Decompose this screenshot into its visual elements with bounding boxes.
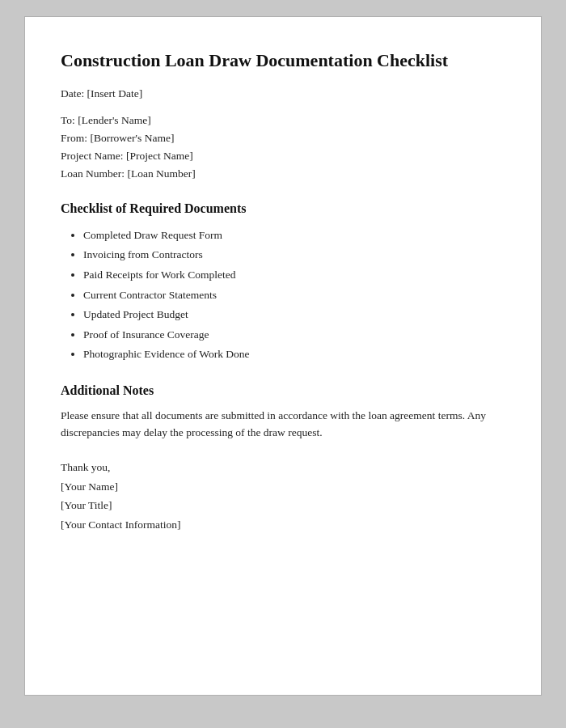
notes-paragraph: Please ensure that all documents are sub… [61, 408, 505, 442]
list-item: Invoicing from Contractors [83, 245, 505, 265]
your-title: [Your Title] [61, 496, 505, 515]
sign-off: Thank you, [Your Name] [Your Title] [You… [61, 458, 505, 535]
document-container: Construction Loan Draw Documentation Che… [24, 16, 542, 696]
checklist-list: Completed Draw Request Form Invoicing fr… [61, 226, 505, 364]
list-item: Current Contractor Statements [83, 286, 505, 305]
document-meta: To: [Lender's Name] From: [Borrower's Na… [61, 112, 505, 184]
your-contact: [Your Contact Information] [61, 515, 505, 535]
your-name: [Your Name] [61, 477, 505, 497]
project-field: Project Name: [Project Name] [61, 147, 505, 165]
document-title: Construction Loan Draw Documentation Che… [61, 49, 505, 73]
loan-field: Loan Number: [Loan Number] [61, 165, 505, 183]
list-item: Updated Project Budget [83, 305, 505, 324]
from-field: From: [Borrower's Name] [61, 129, 505, 147]
list-item: Photographic Evidence of Work Done [83, 345, 505, 364]
list-item: Proof of Insurance Coverage [83, 325, 505, 345]
additional-notes-section: Additional Notes Please ensure that all … [61, 383, 505, 442]
to-field: To: [Lender's Name] [61, 112, 505, 129]
list-item: Paid Receipts for Work Completed [83, 265, 505, 285]
date-field: Date: [Insert Date] [61, 87, 505, 100]
thank-you: Thank you, [61, 458, 505, 477]
additional-notes-heading: Additional Notes [61, 383, 505, 398]
checklist-section: Checklist of Required Documents Complete… [61, 201, 505, 364]
checklist-heading: Checklist of Required Documents [61, 201, 505, 216]
list-item: Completed Draw Request Form [83, 226, 505, 245]
